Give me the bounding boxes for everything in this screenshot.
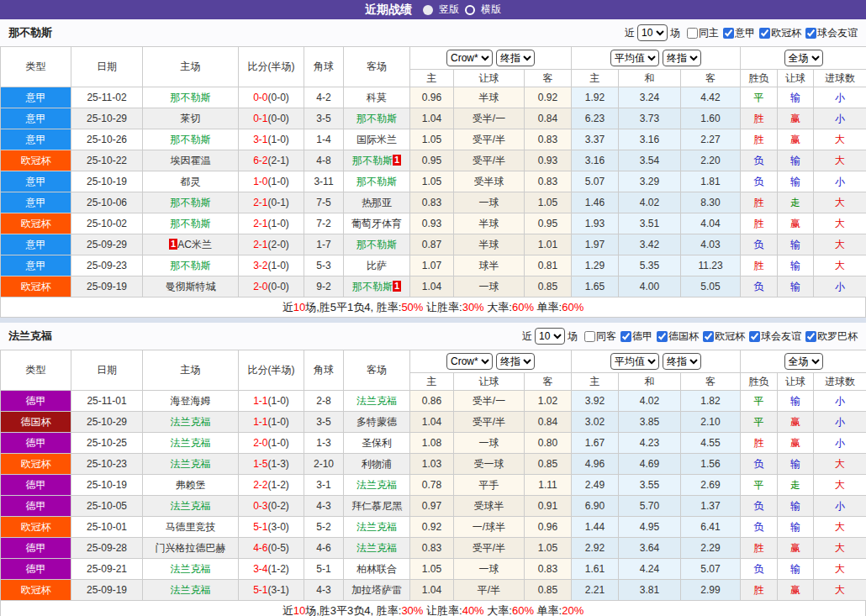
league-checkbox-label[interactable]: 欧冠杯 bbox=[771, 26, 801, 40]
league-checkbox-label[interactable]: 欧罗巴杯 bbox=[817, 329, 858, 344]
same-venue-checkbox-label[interactable]: 同主 bbox=[699, 26, 719, 40]
fulltime-score: 3-1 bbox=[253, 134, 267, 145]
halftime-score: (2-1) bbox=[268, 155, 289, 166]
same-venue-checkbox[interactable] bbox=[687, 28, 698, 39]
sub-col-header: 让球 bbox=[778, 70, 814, 87]
same-venue-checkbox-label[interactable]: 同客 bbox=[596, 329, 616, 344]
match-row: 意甲25-09-291AC米兰2-1(2-0)1-7那不勒斯0.87半球1.01… bbox=[1, 234, 866, 255]
layout-horizontal-radio-label[interactable]: 横版 bbox=[481, 3, 501, 17]
odds-view-select[interactable]: 平均值 bbox=[610, 50, 659, 66]
games-label: 场 bbox=[670, 26, 680, 40]
result-handicap-cell: 输 bbox=[778, 87, 814, 108]
col-header: 类型 bbox=[1, 47, 71, 87]
layout-vertical-radio-label[interactable]: 竖版 bbox=[439, 3, 459, 17]
team-label: 那不勒斯 bbox=[352, 155, 393, 166]
result-outcome-cell: 负 bbox=[741, 517, 778, 538]
result-handicap-cell: 输 bbox=[778, 234, 814, 255]
league-checkbox[interactable] bbox=[620, 331, 631, 342]
result-handicap-cell: 走 bbox=[778, 475, 814, 496]
layout-horizontal-radio[interactable] bbox=[465, 5, 475, 15]
team-label: 法兰克福 bbox=[356, 542, 397, 554]
home-team-cell: 都灵 bbox=[143, 171, 239, 192]
match-row: 德国杯25-10-29法兰克福1-1(1-0)3-5多特蒙德1.04受平/半0.… bbox=[1, 412, 866, 433]
date-cell: 25-10-05 bbox=[71, 496, 143, 517]
avg-away-cell: 1.37 bbox=[681, 496, 741, 517]
home-team-cell: 海登海姆 bbox=[143, 391, 239, 412]
team-label: 马德里竞技 bbox=[166, 521, 216, 533]
odds-view-select[interactable]: 终指 bbox=[663, 353, 701, 370]
odds-view-select[interactable]: 全场 bbox=[784, 353, 823, 370]
corner-cell: 4-3 bbox=[304, 580, 344, 601]
league-checkbox[interactable] bbox=[805, 331, 816, 342]
league-checkbox[interactable] bbox=[657, 331, 668, 342]
score-cell: 6-2(2-1) bbox=[239, 150, 304, 171]
corner-cell: 4-8 bbox=[304, 150, 344, 171]
col-header: 主场 bbox=[143, 350, 239, 391]
away-team-cell: 那不勒斯 bbox=[344, 171, 410, 192]
league-checkbox-label[interactable]: 德甲 bbox=[632, 329, 652, 344]
col-header: 客场 bbox=[344, 47, 410, 87]
avg-home-cell: 1.46 bbox=[572, 192, 619, 213]
result-goals-cell: 小 bbox=[814, 108, 866, 129]
corner-cell: 1-7 bbox=[304, 234, 344, 255]
odds-view-select[interactable]: 平均值 bbox=[610, 353, 659, 370]
sub-col-header: 进球数 bbox=[814, 373, 866, 391]
corner-cell: 1-4 bbox=[304, 129, 344, 150]
same-venue-checkbox[interactable] bbox=[584, 331, 595, 342]
match-row: 欧冠杯25-10-22埃因霍温6-2(2-1)4-8那不勒斯10.95受平/半0… bbox=[1, 150, 866, 171]
league-checkbox[interactable] bbox=[703, 331, 714, 342]
team-label: 圣保利 bbox=[362, 437, 392, 449]
league-checkbox[interactable] bbox=[749, 331, 760, 342]
halftime-score: (1-0) bbox=[268, 437, 289, 449]
league-type-cell: 意甲 bbox=[1, 234, 71, 255]
score-cell: 2-0(0-0) bbox=[239, 276, 304, 297]
league-checkbox-label[interactable]: 球会友谊 bbox=[761, 329, 801, 344]
sub-col-header: 主 bbox=[410, 70, 454, 87]
league-checkbox-label[interactable]: 意甲 bbox=[735, 26, 755, 40]
summary-segment: 40% bbox=[462, 604, 484, 616]
layout-vertical-radio[interactable] bbox=[423, 5, 433, 15]
handicap-cell: 受半球 bbox=[454, 171, 525, 192]
summary-segment: 60% bbox=[512, 301, 534, 313]
date-cell: 25-10-29 bbox=[71, 108, 143, 129]
odds-home-cell: 0.97 bbox=[410, 496, 454, 517]
odds-view-select[interactable]: 终指 bbox=[663, 50, 701, 66]
league-checkbox[interactable] bbox=[805, 28, 816, 39]
near-label: 近 bbox=[625, 26, 635, 40]
odds-view-select[interactable]: 终指 bbox=[496, 353, 535, 370]
sub-col-header: 胜负 bbox=[741, 373, 778, 391]
league-type-cell: 欧冠杯 bbox=[1, 213, 71, 234]
avg-draw-cell: 3.73 bbox=[619, 108, 681, 129]
league-checkbox-label[interactable]: 球会友谊 bbox=[817, 26, 858, 40]
match-count-select[interactable]: 10 bbox=[535, 328, 565, 345]
away-team-cell: 葡萄牙体育 bbox=[344, 213, 410, 234]
odds-view-select[interactable]: Crow* bbox=[446, 353, 493, 370]
match-count-select[interactable]: 10 bbox=[637, 24, 668, 41]
league-type-cell: 欧冠杯 bbox=[1, 150, 71, 171]
avg-away-cell: 4.42 bbox=[681, 87, 741, 108]
team-label: 多特蒙德 bbox=[356, 416, 397, 428]
date-cell: 25-10-22 bbox=[71, 150, 143, 171]
odds-away-cell: 0.83 bbox=[525, 129, 572, 150]
odds-home-cell: 0.83 bbox=[410, 192, 454, 213]
match-row: 德甲25-09-28门兴格拉德巴赫4-6(0-5)4-6法兰克福0.83受平/半… bbox=[1, 538, 866, 559]
league-checkbox[interactable] bbox=[759, 28, 770, 39]
league-type-cell: 欧冠杯 bbox=[1, 276, 71, 297]
result-handicap-cell: 输 bbox=[778, 496, 814, 517]
odds-home-cell: 1.04 bbox=[410, 412, 454, 433]
home-team-cell: 埃因霍温 bbox=[143, 150, 239, 171]
result-handicap-cell: 输 bbox=[778, 171, 814, 192]
league-checkbox-label[interactable]: 欧冠杯 bbox=[715, 329, 745, 344]
league-checkbox[interactable] bbox=[723, 28, 734, 39]
odds-view-select[interactable]: Crow* bbox=[446, 50, 493, 66]
handicap-cell: 一/球半 bbox=[454, 517, 525, 538]
corner-cell: 5-2 bbox=[304, 517, 344, 538]
away-team-cell: 利物浦 bbox=[344, 454, 410, 475]
odds-away-cell: 0.85 bbox=[525, 454, 572, 475]
league-checkbox-label[interactable]: 德国杯 bbox=[668, 329, 699, 344]
odds-home-cell: 0.86 bbox=[410, 391, 454, 412]
odds-view-select[interactable]: 终指 bbox=[496, 50, 535, 66]
odds-view-select[interactable]: 全场 bbox=[784, 50, 823, 66]
league-type-cell: 德甲 bbox=[1, 559, 71, 580]
date-cell: 25-09-19 bbox=[71, 580, 143, 601]
